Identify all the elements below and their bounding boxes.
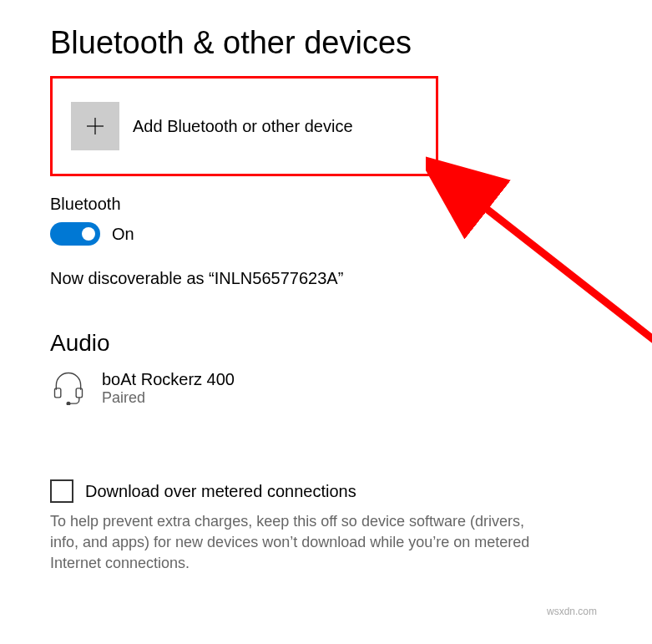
metered-checkbox-label: Download over metered connections: [85, 482, 356, 501]
metered-checkbox[interactable]: [50, 479, 73, 503]
audio-device-name: boAt Rockerz 400: [102, 370, 235, 389]
watermark: wsxdn.com: [547, 606, 597, 617]
page-title: Bluetooth & other devices: [50, 25, 602, 61]
add-device-label: Add Bluetooth or other device: [133, 117, 353, 136]
metered-help-text: To help prevent extra charges, keep this…: [50, 511, 551, 575]
svg-rect-4: [55, 388, 61, 398]
bluetooth-toggle[interactable]: [50, 222, 100, 246]
audio-section-header: Audio: [50, 330, 602, 357]
bluetooth-label: Bluetooth: [50, 195, 602, 214]
toggle-knob: [82, 227, 95, 241]
svg-point-6: [67, 402, 70, 405]
add-device-highlight-box: Add Bluetooth or other device: [50, 76, 438, 176]
add-device-button[interactable]: Add Bluetooth or other device: [71, 102, 353, 150]
audio-device-item[interactable]: boAt Rockerz 400 Paired: [50, 368, 602, 408]
plus-icon: [71, 102, 119, 150]
svg-rect-5: [76, 388, 82, 398]
headset-icon: [50, 368, 87, 408]
audio-device-status: Paired: [102, 389, 235, 407]
bluetooth-toggle-state: On: [112, 225, 134, 244]
discoverable-text: Now discoverable as “INLN56577623A”: [50, 269, 602, 288]
